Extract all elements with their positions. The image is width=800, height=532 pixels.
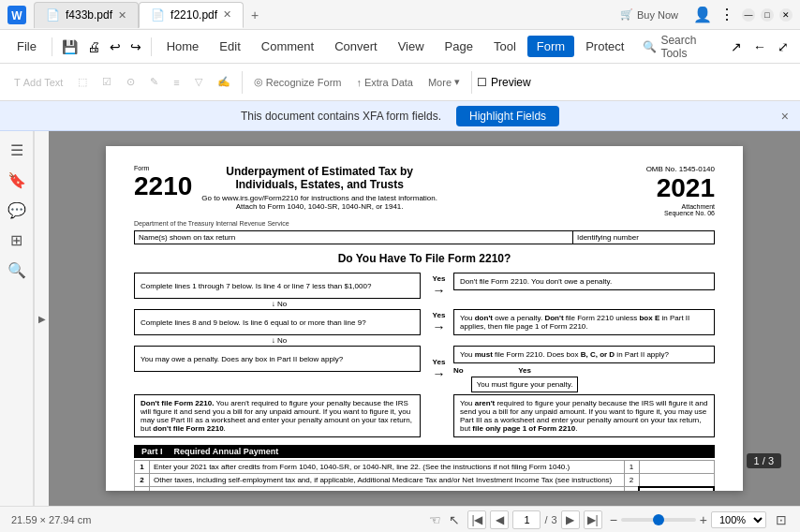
menu-dots-icon[interactable]: ⋮ (719, 6, 734, 23)
zoom-in-button[interactable]: + (700, 512, 707, 527)
preview-control: ☐ Preview (477, 76, 531, 89)
spacer-7 (424, 394, 453, 437)
edit-btn[interactable]: ✎ (143, 72, 165, 92)
comment-panel-icon[interactable]: 💬 (6, 199, 28, 221)
question-2-text: Complete lines 8 and 9 below. Is line 6 … (141, 318, 366, 327)
extra-data-button[interactable]: ↑ Extra Data (349, 73, 419, 92)
xfa-message: This document contains XFA form fields. (241, 110, 441, 123)
pointer-tool-icon[interactable]: ↖ (449, 512, 460, 527)
menu-page[interactable]: Page (436, 36, 482, 57)
minimize-button[interactable]: — (742, 8, 755, 22)
select-btn[interactable]: ⬚ (71, 72, 94, 92)
dont-file-text: Don't file Form 2210. You aren't require… (141, 399, 412, 433)
circle-btn[interactable]: ⊙ (120, 72, 141, 92)
bookmark-panel-icon[interactable]: 🔖 (6, 169, 28, 191)
external-link-icon[interactable]: ↗ (727, 36, 746, 58)
add-text-button[interactable]: T Add Text (7, 73, 69, 92)
titlebar-right: 🛒 Buy Now 👤 ⋮ — □ ✕ (613, 6, 793, 23)
checkbox-btn[interactable]: ☑ (96, 72, 118, 92)
preview-checkbox[interactable]: ☐ (477, 76, 487, 89)
print-icon[interactable]: 🖨 (83, 36, 104, 58)
zoom-slider[interactable] (621, 518, 696, 522)
search-tools[interactable]: 🔍 Search Tools (635, 30, 721, 64)
redo-icon[interactable]: ↪ (126, 36, 145, 58)
flow-left-col: Complete lines 1 through 7 below. Is lin… (134, 273, 424, 299)
q2-cell: Complete lines 8 and 9 below. Is line 6 … (134, 309, 424, 335)
signature-btn[interactable]: ✍ (211, 72, 237, 92)
line-3-num: 3 (135, 487, 150, 492)
boxes-span: B, C, or D (581, 350, 615, 359)
yes-label-2: Yes (424, 311, 453, 319)
list-btn[interactable]: ≡ (167, 73, 185, 92)
collapse-panel-button[interactable]: ▶ (34, 131, 49, 506)
hand-tool-icon[interactable]: ☜ (429, 512, 441, 527)
cart-icon: 🛒 (620, 8, 633, 21)
titlebar-left: W 📄 f433b.pdf ✕ 📄 f2210.pdf ✕ + (7, 2, 266, 28)
preview-label: Preview (491, 76, 531, 89)
tab-file1[interactable]: 📄 f433b.pdf ✕ (34, 2, 139, 28)
toolbar: T Add Text ⬚ ☑ ⊙ ✎ ≡ ▽ ✍ ◎ Recognize For… (0, 64, 800, 101)
page-input[interactable] (512, 510, 541, 529)
banner-close-button[interactable]: × (781, 109, 789, 124)
search-tools-label: Search Tools (660, 34, 714, 60)
layers-panel-icon[interactable]: ⊞ (6, 229, 28, 251)
line-1-label: Enter your 2021 tax after credits from F… (150, 461, 625, 474)
circle-icon: ⊙ (126, 76, 135, 88)
zoom-out-button[interactable]: − (610, 512, 617, 527)
zoom-select[interactable]: 100% 75% 125% 150% 200% (711, 511, 766, 528)
left-panel: ☰ 🔖 💬 ⊞ 🔍 (0, 131, 34, 506)
user-icon[interactable]: 👤 (693, 6, 712, 23)
buy-now-button[interactable]: 🛒 Buy Now (613, 6, 686, 23)
menu-tool[interactable]: Tool (484, 36, 526, 57)
tab1-icon: 📄 (46, 8, 60, 22)
more-button[interactable]: More ▾ (422, 72, 467, 92)
q3-cell: You may owe a penalty. Does any box in P… (134, 346, 424, 392)
new-tab-button[interactable]: + (244, 4, 266, 26)
total-pages: 3 (552, 514, 557, 525)
no-label-1: ↓ No (272, 300, 287, 308)
menu-convert[interactable]: Convert (325, 36, 387, 57)
last-page-button[interactable]: ▶| (584, 510, 602, 529)
recognize-form-button[interactable]: ◎ Recognize Form (247, 72, 348, 92)
expand-icon[interactable]: ⤢ (774, 36, 793, 58)
menu-file[interactable]: File (7, 36, 46, 57)
undo-icon[interactable]: ↩ (106, 36, 125, 58)
attachment-label: Attachment (646, 203, 715, 210)
recognize-label: Recognize Form (266, 77, 342, 88)
maximize-button[interactable]: □ (761, 8, 774, 22)
page-navigation: |◀ ◀ / 3 ▶ ▶| (467, 510, 601, 529)
tab2-close[interactable]: ✕ (223, 8, 231, 21)
dropdown-btn[interactable]: ▽ (188, 72, 209, 92)
signature-icon: ✍ (217, 76, 230, 88)
line-3-amount (639, 487, 714, 492)
close-button[interactable]: ✕ (779, 8, 793, 22)
highlight-fields-button[interactable]: Highlight Fields (456, 106, 559, 126)
figure-penalty-box: You must figure your penalty. (471, 377, 579, 392)
form-label: Form (134, 165, 192, 171)
prev-page-button[interactable]: ◀ (490, 510, 509, 529)
search-panel-icon[interactable]: 🔍 (6, 259, 28, 281)
menu-edit[interactable]: Edit (210, 36, 249, 57)
answer-1-box: Don't file Form 2210. You don't owe a pe… (453, 273, 715, 290)
menu-comment[interactable]: Comment (252, 36, 323, 57)
tab-file2[interactable]: 📄 f2210.pdf ✕ (139, 2, 244, 28)
menu-form[interactable]: Form (527, 36, 574, 57)
yes-branch: Yes You must figure your penalty. (471, 366, 579, 392)
menu-protect[interactable]: Protect (576, 36, 633, 57)
menu-view[interactable]: View (389, 36, 434, 57)
app-icon: W (7, 6, 26, 24)
first-page-button[interactable]: |◀ (467, 510, 486, 529)
tab1-label: f433b.pdf (66, 8, 112, 22)
fit-page-icon[interactable]: ⊡ (774, 510, 789, 529)
arent-required-cell: You aren't required to figure your penal… (453, 394, 715, 437)
answer-2-cell: You don't owe a penalty. Don't file Form… (453, 309, 715, 335)
checkbox-icon: ☑ (102, 76, 111, 88)
more-chevron-icon: ▾ (454, 76, 460, 88)
menu-home[interactable]: Home (157, 36, 209, 57)
save-icon[interactable]: 💾 (58, 36, 81, 58)
flowchart-arrow-row-2: ↓ No (134, 335, 715, 346)
back-icon[interactable]: ← (749, 36, 770, 58)
tab1-close[interactable]: ✕ (118, 9, 126, 22)
next-page-button[interactable]: ▶ (561, 510, 580, 529)
pages-panel-icon[interactable]: ☰ (6, 139, 28, 161)
